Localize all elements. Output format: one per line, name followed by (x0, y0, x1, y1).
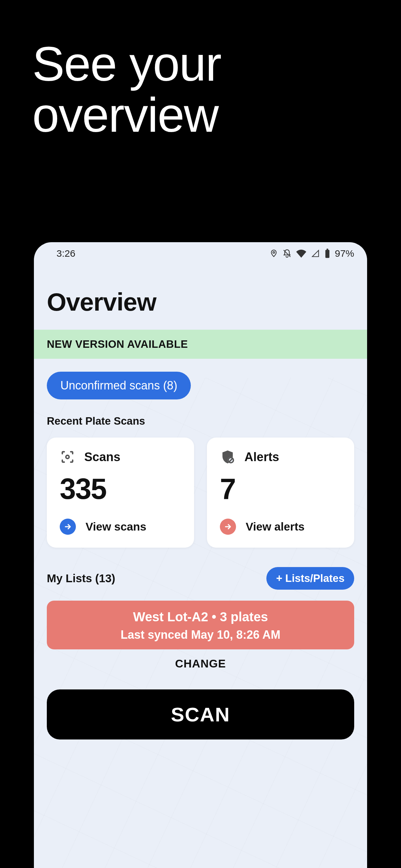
battery-percent: 97% (335, 248, 354, 259)
unconfirmed-scans-chip[interactable]: Unconfirmed scans (8) (47, 372, 191, 399)
promo-title: See your overview (32, 39, 221, 141)
scans-card-label: Scans (84, 450, 120, 464)
scan-icon (60, 449, 75, 465)
notifications-off-icon (282, 249, 291, 258)
cell-signal-icon (311, 249, 320, 258)
svg-rect-3 (327, 249, 328, 250)
promo-title-line1: See your (32, 39, 221, 90)
view-alerts-link[interactable]: View alerts (220, 519, 341, 535)
alerts-card-value: 7 (220, 472, 341, 506)
arrow-right-icon (220, 519, 236, 535)
alerts-card-label: Alerts (244, 450, 279, 464)
scans-card[interactable]: Scans 335 View scans (47, 438, 194, 548)
alerts-card[interactable]: Alerts 7 View alerts (207, 438, 354, 548)
change-list-button[interactable]: CHANGE (47, 649, 354, 670)
status-time: 3:26 (57, 248, 75, 259)
view-alerts-label: View alerts (246, 520, 305, 533)
promo-title-line2: overview (32, 90, 221, 141)
status-bar: 3:26 97% (34, 242, 367, 265)
scans-card-value: 335 (60, 472, 181, 506)
my-lists-heading: My Lists (13) (47, 572, 115, 585)
selected-list-sync: Last synced May 10, 8:26 AM (53, 628, 348, 642)
phone-frame: 3:26 97% Overview NEW VERSION AVAILABLE … (34, 242, 367, 868)
page-title: Overview (34, 265, 367, 330)
view-scans-link[interactable]: View scans (60, 519, 181, 535)
location-icon (270, 249, 278, 258)
view-scans-label: View scans (86, 520, 146, 533)
shield-alert-icon (220, 449, 235, 465)
selected-list-title: West Lot-A2 • 3 plates (53, 610, 348, 624)
svg-point-0 (273, 252, 274, 253)
status-right: 97% (270, 248, 354, 259)
recent-scans-heading: Recent Plate Scans (47, 415, 354, 427)
wifi-icon (296, 249, 306, 258)
svg-rect-2 (326, 250, 330, 258)
svg-point-4 (66, 455, 69, 459)
scan-button[interactable]: SCAN (47, 689, 354, 740)
add-lists-plates-button[interactable]: + Lists/Plates (266, 567, 354, 590)
selected-list-card[interactable]: West Lot-A2 • 3 plates Last synced May 1… (47, 600, 354, 649)
battery-icon (325, 249, 330, 258)
update-banner[interactable]: NEW VERSION AVAILABLE (34, 330, 367, 359)
arrow-right-icon (60, 519, 76, 535)
